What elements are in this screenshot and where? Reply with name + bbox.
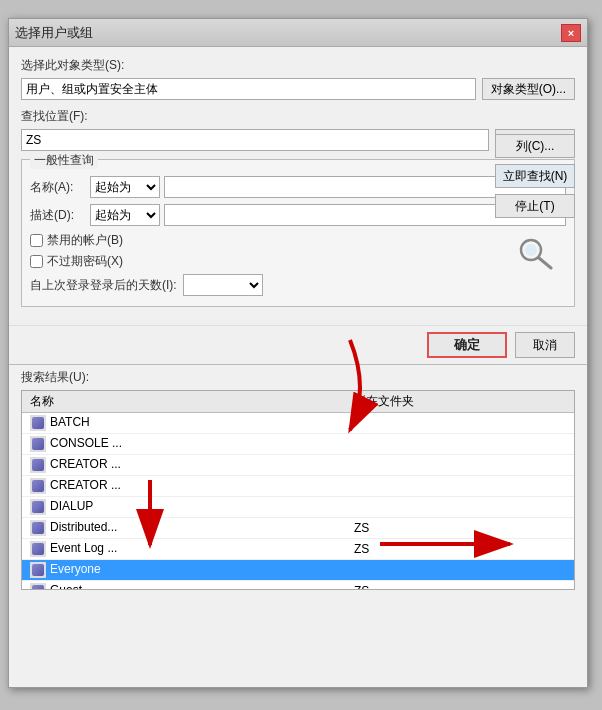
close-button[interactable]: × — [561, 24, 581, 42]
table-row[interactable]: CREATOR ... — [22, 455, 574, 476]
table-row[interactable]: Event Log ... ZS — [22, 539, 574, 560]
row-name-cell: CREATOR ... — [22, 455, 346, 476]
results-section: 搜索结果(U): 名称 所在文件夹 BATCH CONSOLE ... — [9, 364, 587, 590]
right-buttons: 列(C)... 立即查找(N) 停止(T) — [495, 134, 575, 270]
row-folder-cell — [346, 476, 574, 497]
row-icon — [30, 415, 46, 431]
row-folder-cell — [346, 455, 574, 476]
row-name-cell: Everyone — [22, 560, 346, 581]
select-user-group-dialog: 选择用户或组 × 选择此对象类型(S): 对象类型(O)... 查找位置(F):… — [8, 18, 588, 688]
row-icon — [30, 520, 46, 536]
object-type-input[interactable] — [21, 78, 476, 100]
table-row[interactable]: Guest ZS — [22, 581, 574, 591]
table-row[interactable]: CONSOLE ... — [22, 434, 574, 455]
disabled-accounts-label: 禁用的帐户(B) — [47, 232, 123, 249]
days-row: 自上次登录登录后的天数(I): — [30, 274, 566, 296]
row-icon — [30, 583, 46, 590]
no-expire-pwd-checkbox[interactable] — [30, 255, 43, 268]
desc-label: 描述(D): — [30, 207, 90, 224]
group-legend: 一般性查询 — [30, 152, 98, 169]
days-label: 自上次登录登录后的天数(I): — [30, 277, 177, 294]
name-select[interactable]: 起始为 — [90, 176, 160, 198]
row-name-cell: CONSOLE ... — [22, 434, 346, 455]
list-columns-button[interactable]: 列(C)... — [495, 134, 575, 158]
row-folder-cell — [346, 434, 574, 455]
search-icon — [515, 234, 555, 270]
stop-button[interactable]: 停止(T) — [495, 194, 575, 218]
table-row[interactable]: Distributed... ZS — [22, 518, 574, 539]
location-label: 查找位置(F): — [21, 108, 575, 125]
row-folder-cell: ZS — [346, 539, 574, 560]
table-row[interactable]: BATCH — [22, 413, 574, 434]
disabled-accounts-checkbox[interactable] — [30, 234, 43, 247]
object-type-button[interactable]: 对象类型(O)... — [482, 78, 575, 100]
row-name-cell: Guest — [22, 581, 346, 591]
row-icon — [30, 562, 46, 578]
row-folder-cell: ZS — [346, 581, 574, 591]
search-now-button[interactable]: 立即查找(N) — [495, 164, 575, 188]
results-table: 名称 所在文件夹 BATCH CONSOLE ... CREATOR ... — [22, 391, 574, 590]
row-name-cell: Event Log ... — [22, 539, 346, 560]
svg-line-1 — [539, 258, 551, 268]
title-bar: 选择用户或组 × — [9, 19, 587, 47]
row-name-cell: BATCH — [22, 413, 346, 434]
table-row[interactable]: DIALUP — [22, 497, 574, 518]
row-icon — [30, 457, 46, 473]
row-icon — [30, 478, 46, 494]
row-folder-cell — [346, 497, 574, 518]
svg-point-2 — [525, 244, 537, 256]
col-folder-header: 所在文件夹 — [346, 391, 574, 413]
results-label: 搜索结果(U): — [21, 369, 575, 386]
row-folder-cell — [346, 560, 574, 581]
row-folder-cell — [346, 413, 574, 434]
dialog-title: 选择用户或组 — [15, 24, 93, 42]
row-icon — [30, 541, 46, 557]
no-expire-pwd-row: 不过期密码(X) — [30, 253, 566, 270]
row-name-cell: DIALUP — [22, 497, 346, 518]
desc-row: 描述(D): 起始为 — [30, 204, 566, 226]
disabled-accounts-row: 禁用的帐户(B) — [30, 232, 566, 249]
row-name-cell: CREATOR ... — [22, 476, 346, 497]
ok-cancel-row: 确定 取消 — [9, 325, 587, 364]
ok-button[interactable]: 确定 — [427, 332, 507, 358]
no-expire-pwd-label: 不过期密码(X) — [47, 253, 123, 270]
row-name-cell: Distributed... — [22, 518, 346, 539]
general-query-group: 一般性查询 名称(A): 起始为 描述(D): 起始为 — [21, 159, 575, 307]
desc-select[interactable]: 起始为 — [90, 204, 160, 226]
days-select[interactable] — [183, 274, 263, 296]
location-row: 位置(L)... — [21, 129, 575, 151]
object-type-row: 对象类型(O)... — [21, 78, 575, 100]
name-row: 名称(A): 起始为 — [30, 176, 566, 198]
cancel-button[interactable]: 取消 — [515, 332, 575, 358]
results-table-container[interactable]: 名称 所在文件夹 BATCH CONSOLE ... CREATOR ... — [21, 390, 575, 590]
object-type-label: 选择此对象类型(S): — [21, 57, 575, 74]
row-icon — [30, 436, 46, 452]
col-name-header: 名称 — [22, 391, 346, 413]
table-row[interactable]: Everyone — [22, 560, 574, 581]
row-icon — [30, 499, 46, 515]
search-icon-container — [495, 234, 575, 270]
location-input[interactable] — [21, 129, 489, 151]
row-folder-cell: ZS — [346, 518, 574, 539]
table-row[interactable]: CREATOR ... — [22, 476, 574, 497]
name-label: 名称(A): — [30, 179, 90, 196]
